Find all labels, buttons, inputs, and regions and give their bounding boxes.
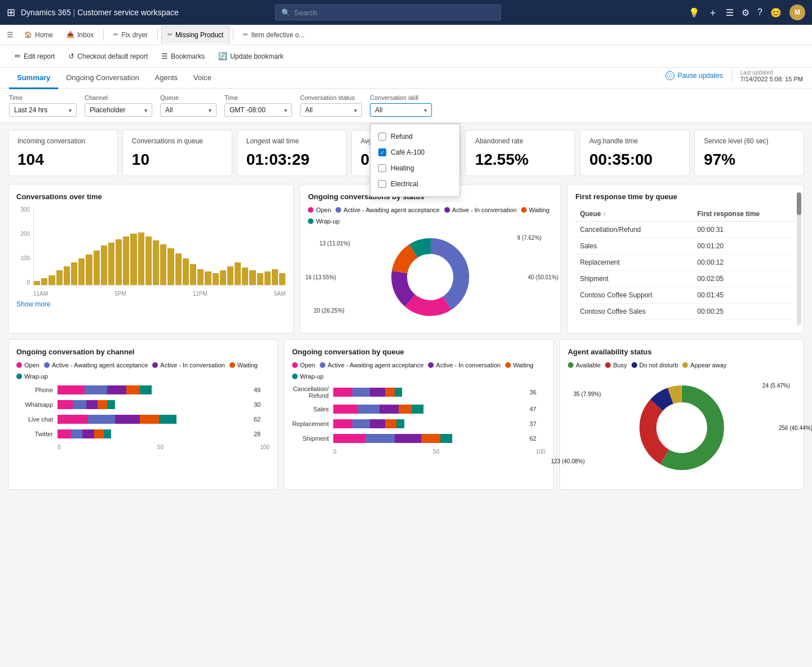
avail-label-35: 35 (7.99%) — [573, 391, 601, 397]
legend-waiting-q: Waiting — [505, 362, 533, 368]
kpi-service-level: Service level (60 sec) 97% — [694, 130, 804, 176]
hbar-row: Replacement37 — [292, 419, 545, 428]
hbar-segment — [58, 429, 71, 438]
conv-over-time-card: Conversations over time 300 200 100 0 11… — [8, 184, 294, 334]
tab-home[interactable]: 🏠 Home — [18, 26, 59, 44]
skill-option-electrical[interactable]: Electrical — [370, 176, 460, 192]
bar-segment — [78, 258, 85, 284]
checkbox-refund[interactable] — [378, 133, 386, 141]
ongoing-by-status-card: Ongoing conversations by status Open Act… — [299, 184, 561, 334]
bar-chart-area — [33, 207, 285, 286]
edit-report-button[interactable]: ✏ Edit report — [9, 49, 60, 63]
app-launcher[interactable]: ⊞ — [7, 6, 15, 19]
global-search[interactable]: 🔍 Search — [275, 5, 501, 20]
tab-inbox[interactable]: 📥 Inbox — [60, 26, 100, 44]
conv-skill-select[interactable]: All ▾ — [370, 103, 432, 117]
scrollbar-thumb[interactable] — [797, 192, 801, 215]
avail-label-123: 123 (40.08%) — [551, 458, 585, 464]
show-more-link[interactable]: Show more — [16, 300, 51, 308]
channel-x-axis: 0 50 100 — [58, 444, 270, 450]
home-icon: 🏠 — [24, 31, 32, 38]
tab-item-defective[interactable]: ✏ Item defective o... — [237, 26, 311, 44]
time2-select[interactable]: GMT -08:00 ▾ — [224, 103, 292, 117]
skill-dropdown[interactable]: Refund ✓ Café A-100 Heating Electrical — [370, 124, 460, 197]
hbar-segment — [159, 415, 176, 424]
bar-segment — [242, 267, 248, 284]
scrollbar-track — [797, 192, 801, 325]
legend-wrapup: Wrap-up — [308, 218, 339, 225]
menu-icon[interactable]: ☰ — [3, 28, 17, 41]
tab-divider-3 — [233, 29, 233, 41]
skill-option-heating[interactable]: Heating — [370, 160, 460, 176]
skill-option-cafe[interactable]: ✓ Café A-100 — [370, 144, 460, 160]
sub-tab-list: Summary Ongoing Conversation Agents Voic… — [9, 68, 219, 88]
tab-agents[interactable]: Agents — [147, 68, 186, 89]
lightbulb-icon[interactable]: 💡 — [689, 7, 700, 18]
bar-segment — [145, 236, 152, 285]
queue-select[interactable]: All ▾ — [160, 103, 217, 117]
charts-row-1: Conversations over time 300 200 100 0 11… — [8, 184, 804, 334]
queue-hbar-chart: Cancellation/ Refund36Sales47Replacement… — [292, 385, 545, 443]
tab-voice[interactable]: Voice — [186, 68, 219, 89]
tab-fix-dryer[interactable]: ✏ Fix dryer — [107, 26, 154, 44]
tab-summary[interactable]: Summary — [9, 68, 58, 89]
settings-icon[interactable]: ⚙ — [742, 7, 749, 18]
toolbar: ✏ Edit report ↺ Checkout default report … — [0, 45, 812, 68]
conv-status-select[interactable]: All ▾ — [300, 103, 362, 117]
hbar-segment — [333, 388, 352, 397]
hbar-segment — [104, 429, 112, 438]
tab-bar: ☰ 🏠 Home 📥 Inbox ✏ Fix dryer ✏ Missing P… — [0, 25, 812, 45]
time-select[interactable]: Last 24 hrs ▾ — [9, 103, 77, 117]
hbar-segment — [107, 400, 115, 409]
kpi-avg-handle: Avg.handle time 00:35:00 — [580, 130, 690, 176]
avatar[interactable]: M — [789, 5, 805, 20]
edit-icon-1: ✏ — [113, 31, 118, 38]
hbar-segment — [140, 415, 159, 424]
bar-segment — [94, 251, 100, 284]
hbar-segment — [379, 405, 399, 414]
donut-chart-status: 40 (50.01%) 20 (26.25%) 16 (13.55%) 13 (… — [308, 229, 553, 325]
table-row: Sales00:01:20 — [575, 238, 796, 254]
legend-awaiting-c: Active - Awaiting agent acceptance — [44, 362, 148, 368]
bar-segment — [279, 273, 285, 285]
agent-donut-chart: 256 (40.44%) 123 (40.08%) 35 (7.99%) 24 … — [568, 374, 796, 481]
channel-select[interactable]: Placeholder ▾ — [85, 103, 152, 117]
chevron-down-icon-3: ▾ — [209, 107, 211, 113]
user-icon[interactable]: 😊 — [770, 7, 782, 18]
response-time-table: Queue↑ First response time Cancellation/… — [575, 207, 796, 320]
charts-row-2: Ongoing conversation by channel Open Act… — [8, 339, 804, 490]
legend-awaiting-q: Active - Awaiting agent acceptance — [320, 362, 423, 368]
y-axis-labels: 300 200 100 0 — [16, 207, 32, 286]
hbar-segment — [98, 400, 107, 409]
update-bookmark-button[interactable]: 🔄 Update bookmark — [213, 49, 289, 63]
pause-updates-button[interactable]: ⓘ Pause updates — [665, 71, 723, 80]
legend-waiting-c: Waiting — [230, 362, 258, 368]
bookmarks-button[interactable]: ☰ Bookmarks — [156, 49, 210, 63]
bar-segment — [183, 258, 189, 284]
checkout-default-button[interactable]: ↺ Checkout default report — [63, 49, 153, 63]
checkbox-heating[interactable] — [378, 164, 386, 172]
checkbox-electrical[interactable] — [378, 180, 386, 188]
ongoing-by-channel-card: Ongoing conversation by channel Open Act… — [8, 339, 278, 490]
top-navigation: ⊞ Dynamics 365 | Customer service worksp… — [0, 0, 812, 25]
bar-segment — [249, 270, 255, 284]
queue-x-axis: 0 50 100 — [333, 449, 545, 455]
checkbox-cafe[interactable]: ✓ — [378, 148, 386, 156]
add-icon[interactable]: ＋ — [708, 6, 718, 19]
agent-donut-svg — [631, 377, 732, 479]
app-name: Dynamics 365 | Customer service workspac… — [21, 8, 179, 17]
hbar-segment — [73, 400, 86, 409]
filter-conv-skill: Conversation skill All ▾ Refund ✓ Café A… — [370, 94, 432, 117]
chevron-down-icon-4: ▾ — [284, 107, 287, 113]
tab-ongoing-conversation[interactable]: Ongoing Conversation — [58, 68, 147, 89]
tab-missing-product[interactable]: ✏ Missing Product — [161, 26, 230, 44]
hbar-segment — [412, 405, 423, 414]
skill-option-refund[interactable]: Refund — [370, 129, 460, 144]
update-icon: 🔄 — [218, 52, 227, 60]
help-icon[interactable]: ? — [757, 7, 762, 17]
filter-icon[interactable]: ☰ — [726, 7, 734, 18]
bar-segment — [227, 266, 233, 284]
tab-divider-1 — [103, 29, 104, 41]
bar-segment — [190, 264, 196, 285]
hbar-segment — [396, 419, 404, 428]
